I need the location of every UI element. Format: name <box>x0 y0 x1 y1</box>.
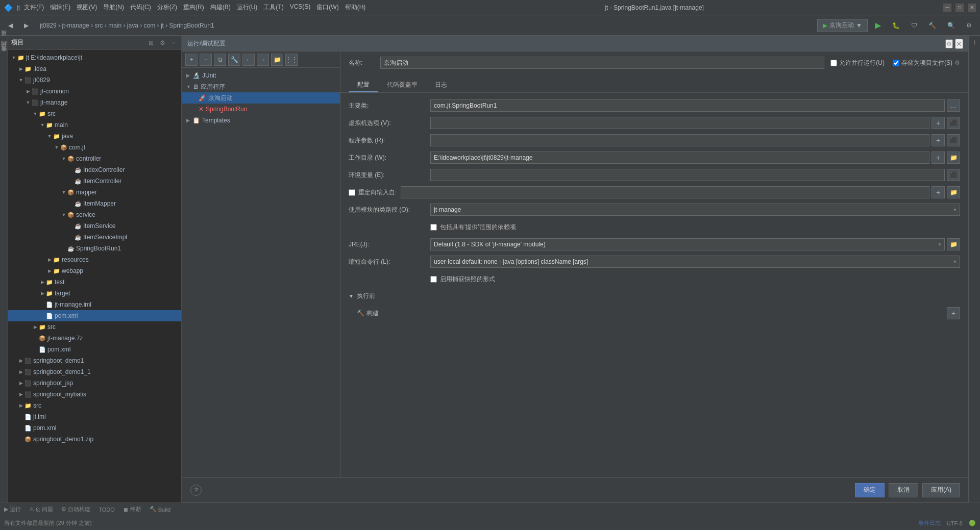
redirect-input[interactable] <box>401 186 929 198</box>
dialog-tree-springbootrun[interactable]: ✕ SpringBootRun <box>182 104 340 115</box>
debug-button[interactable]: 🐛 <box>888 18 904 33</box>
tree-item-springboot-demo1[interactable]: ▶ ⬛ springboot_demo1 <box>8 355 181 366</box>
search-everywhere-button[interactable]: 🔍 <box>943 18 959 33</box>
menu-run[interactable]: 运行(U) <box>237 3 258 12</box>
back-button[interactable]: ◀ <box>4 18 17 33</box>
menu-analyze[interactable]: 分析(Z) <box>157 3 177 12</box>
add-config-btn[interactable]: + <box>185 54 198 66</box>
menu-refactor[interactable]: 重构(R) <box>183 3 204 12</box>
forward-button[interactable]: ▶ <box>20 18 33 33</box>
tree-item-mapper[interactable]: ▼ 📦 mapper <box>8 187 181 198</box>
cancel-button[interactable]: 取消 <box>889 483 918 497</box>
stop-btn[interactable]: ⏹ 终断 <box>123 506 141 513</box>
breadcrumb-manage[interactable]: jt-manage <box>62 22 89 29</box>
menu-window[interactable]: 窗口(W) <box>316 3 338 12</box>
tree-item-pom-xml[interactable]: 📄 pom.xml <box>8 310 181 321</box>
vm-input[interactable] <box>430 117 929 129</box>
todo-btn[interactable]: TODO <box>99 507 115 513</box>
edit-config-btn[interactable]: 🔧 <box>228 54 240 66</box>
tree-item-springboot-jsp[interactable]: ▶ ⬛ springboot_jsp <box>8 377 181 389</box>
breadcrumb-class[interactable]: SpringBootRun1 <box>169 22 214 29</box>
gear-icon[interactable]: ⚙ <box>158 38 167 47</box>
tree-item-itemserviceimpl[interactable]: ☕ ItemServiceImpl <box>8 232 181 243</box>
redirect-checkbox[interactable] <box>349 189 355 196</box>
workdir-folder-btn[interactable]: 📁 <box>947 152 960 164</box>
run-button[interactable]: ▶ <box>871 18 885 33</box>
dialog-tree-templates[interactable]: ▶ 📋 Templates <box>182 115 340 126</box>
tree-item-itemmapper[interactable]: ☕ ItemMapper <box>8 198 181 209</box>
tab-coverage[interactable]: 代码覆盖率 <box>378 78 426 92</box>
build-button[interactable]: 🔨 <box>924 18 940 33</box>
args-icon-btn[interactable]: ⬛ <box>947 134 960 146</box>
menu-build[interactable]: 构建(B) <box>210 3 231 12</box>
breadcrumb-jt[interactable]: jt <box>161 22 164 29</box>
env-icon-btn[interactable]: ⬛ <box>947 169 960 181</box>
menu-help[interactable]: 帮助(H) <box>345 3 366 12</box>
move-down-btn[interactable]: → <box>257 54 269 66</box>
redirect-folder-btn[interactable]: 📁 <box>947 186 960 198</box>
tab-config[interactable]: 配置 <box>349 78 378 92</box>
tree-item-root[interactable]: ▼ 📁 jt E:\ideaworkplace\jt <box>8 52 181 63</box>
right-sidebar-icon1[interactable]: ⟩ <box>970 38 979 47</box>
shorten-cmd-select[interactable]: user-local default: none - java [options… <box>430 256 960 268</box>
tree-item-controller[interactable]: ▼ 📦 controller <box>8 153 181 164</box>
build-btn[interactable]: 🔨 Build <box>150 506 170 513</box>
menu-edit[interactable]: 编辑(E) <box>50 3 70 12</box>
tree-item-itemservice[interactable]: ☕ ItemService <box>8 220 181 232</box>
tree-item-src1[interactable]: ▼ 📁 src <box>8 108 181 119</box>
save-to-file-checkbox[interactable]: 存储为项目文件(S) ⚙ <box>893 59 960 67</box>
breadcrumb-main[interactable]: main <box>108 22 121 29</box>
folder-config-btn[interactable]: 📁 <box>271 54 283 66</box>
tree-item-jt-manage[interactable]: ▼ ⬛ jt-manage <box>8 97 181 108</box>
tree-item-indexcontroller[interactable]: ☕ IndexController <box>8 164 181 175</box>
run-panel-btn[interactable]: ▶ 运行 <box>4 506 21 513</box>
tree-item-itemcontroller[interactable]: ☕ ItemController <box>8 175 181 187</box>
include-deps-checkbox[interactable]: 包括具有'提供'范围的依赖项 <box>430 223 516 232</box>
breadcrumb-com[interactable]: com <box>144 22 156 29</box>
tree-item-webapp[interactable]: ▶ 📁 webapp <box>8 265 181 276</box>
tree-item-springboot-demo1-1[interactable]: ▶ ⬛ springboot_demo1_1 <box>8 366 181 377</box>
auto-build-btn[interactable]: ⚙ 自动构建 <box>61 506 90 513</box>
menu-tools[interactable]: 工具(T) <box>263 3 283 12</box>
tree-item-jt-iml[interactable]: 📄 jt.iml <box>8 411 181 422</box>
scope-btn[interactable]: ⊞ <box>146 38 156 47</box>
tree-item-springbootrun1[interactable]: ☕ SpringBootRun1 <box>8 243 181 254</box>
name-input[interactable] <box>380 57 824 69</box>
coverage-button[interactable]: 🛡 <box>907 18 921 33</box>
env-input[interactable] <box>430 169 945 181</box>
save-to-file-input[interactable] <box>893 60 899 66</box>
breadcrumb-src[interactable]: src <box>94 22 103 29</box>
jre-folder-btn[interactable]: 📁 <box>947 238 960 250</box>
tree-item-comjt[interactable]: ▼ 📦 com.jt <box>8 142 181 153</box>
menu-code[interactable]: 代码(C) <box>130 3 151 12</box>
dialog-tree-junit[interactable]: ▶ 🔬 JUnit <box>182 70 340 81</box>
problems-btn[interactable]: ⚠ 6: 问题 <box>29 506 53 513</box>
tree-item-main[interactable]: ▼ 📁 main <box>8 119 181 131</box>
menu-navigate[interactable]: 导航(N) <box>103 3 124 12</box>
capture-checkbox[interactable]: 启用捕获快照的形式 <box>430 275 495 284</box>
dialog-close-btn[interactable]: ✕ <box>955 39 963 49</box>
project-panel-label[interactable]: 1: 项目 <box>0 38 9 48</box>
breadcrumb-jt0829[interactable]: jt0829 <box>40 22 57 29</box>
workdir-plus-btn[interactable]: + <box>932 152 945 164</box>
tab-logs[interactable]: 日志 <box>426 78 456 92</box>
remove-config-btn[interactable]: − <box>200 54 212 66</box>
main-class-browse-btn[interactable]: ... <box>947 99 960 112</box>
event-log-btn[interactable]: 事件日志 <box>918 519 941 527</box>
collapse-btn[interactable]: − <box>169 38 178 47</box>
build-add-btn[interactable]: + <box>947 307 960 319</box>
vm-plus-btn[interactable]: + <box>932 117 945 129</box>
dialog-tree-appgroup[interactable]: ▼ 🖥 应用程序 <box>182 81 340 92</box>
settings-icon-small[interactable]: ⚙ <box>954 59 960 66</box>
favorites-panel-label[interactable]: 收藏夹 <box>0 54 9 58</box>
copy-config-btn[interactable]: ⧉ <box>214 54 226 66</box>
tree-item-idea[interactable]: ▶ 📁 .idea <box>8 63 181 74</box>
vm-icon-btn[interactable]: ⬛ <box>947 117 960 129</box>
tree-item-pom-root[interactable]: 📄 pom.xml <box>8 422 181 434</box>
tree-item-jt-manage-iml[interactable]: 📄 jt-manage.iml <box>8 299 181 310</box>
tree-item-java[interactable]: ▼ 📁 java <box>8 131 181 142</box>
settings-button[interactable]: ⚙ <box>962 18 976 33</box>
tree-item-demo1-zip[interactable]: 📦 springboot_demo1.zip <box>8 434 181 445</box>
tree-item-src2[interactable]: ▶ 📁 src <box>8 321 181 333</box>
tree-item-test[interactable]: ▶ 📁 test <box>8 276 181 288</box>
